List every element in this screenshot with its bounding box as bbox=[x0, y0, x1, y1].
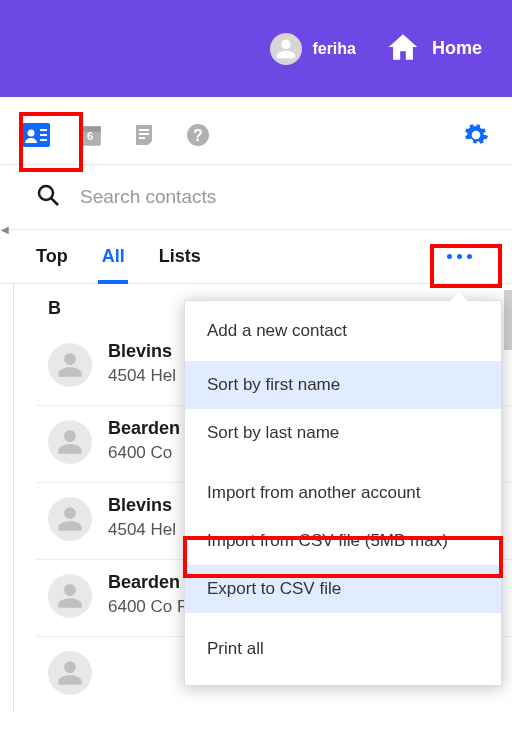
svg-rect-2 bbox=[40, 129, 47, 131]
menu-export-csv[interactable]: Export to CSV file bbox=[185, 565, 501, 613]
menu-add-contact[interactable]: Add a new contact bbox=[185, 301, 501, 349]
contact-address: 4504 Hel bbox=[108, 520, 176, 540]
svg-text:?: ? bbox=[193, 127, 203, 144]
svg-rect-4 bbox=[40, 139, 47, 141]
svg-rect-7 bbox=[139, 129, 149, 131]
calendar-day: 6 bbox=[76, 130, 104, 142]
menu-import-csv[interactable]: Import from CSV file (5MB max) bbox=[185, 517, 501, 565]
dot-icon bbox=[457, 254, 462, 259]
username-label: feriha bbox=[312, 40, 356, 58]
notes-icon[interactable] bbox=[130, 121, 158, 149]
avatar-icon bbox=[48, 574, 92, 618]
tab-all[interactable]: All bbox=[102, 230, 125, 283]
menu-sort-first-name[interactable]: Sort by first name bbox=[185, 361, 501, 409]
user-section[interactable]: feriha bbox=[270, 33, 356, 65]
dot-icon bbox=[467, 254, 472, 259]
tabs-row: Top All Lists bbox=[0, 230, 512, 284]
contact-name: Bearden bbox=[108, 418, 180, 439]
avatar-icon bbox=[48, 651, 92, 695]
settings-icon[interactable] bbox=[462, 121, 490, 149]
tab-lists[interactable]: Lists bbox=[159, 230, 201, 283]
toolbar: 6 ? bbox=[0, 105, 512, 165]
context-menu: Add a new contact Sort by first name Sor… bbox=[184, 300, 502, 686]
scrollbar[interactable] bbox=[504, 290, 512, 350]
user-avatar-icon bbox=[270, 33, 302, 65]
search-row bbox=[0, 165, 512, 230]
contacts-icon[interactable] bbox=[22, 121, 50, 149]
search-icon bbox=[36, 183, 60, 211]
left-rail: ◀ bbox=[0, 284, 14, 713]
tab-top[interactable]: Top bbox=[36, 230, 68, 283]
home-label: Home bbox=[432, 38, 482, 59]
svg-rect-3 bbox=[40, 134, 47, 136]
help-icon[interactable]: ? bbox=[184, 121, 212, 149]
svg-point-12 bbox=[39, 186, 53, 200]
home-link[interactable]: Home bbox=[386, 30, 482, 68]
svg-rect-9 bbox=[139, 137, 145, 139]
contact-name: Blevins bbox=[108, 495, 176, 516]
svg-rect-8 bbox=[139, 133, 149, 135]
contact-name: Blevins bbox=[108, 341, 176, 362]
contact-address: 6400 Co bbox=[108, 443, 180, 463]
menu-print-all[interactable]: Print all bbox=[185, 625, 501, 673]
home-icon bbox=[386, 30, 420, 68]
contact-address: 4504 Hel bbox=[108, 366, 176, 386]
dot-icon bbox=[447, 254, 452, 259]
menu-sort-last-name[interactable]: Sort by last name bbox=[185, 409, 501, 457]
svg-line-13 bbox=[51, 198, 58, 205]
search-input[interactable] bbox=[80, 186, 482, 208]
avatar-icon bbox=[48, 420, 92, 464]
menu-import-account[interactable]: Import from another account bbox=[185, 469, 501, 517]
calendar-icon[interactable]: 6 bbox=[76, 121, 104, 149]
app-header: feriha Home bbox=[0, 0, 512, 97]
avatar-icon bbox=[48, 497, 92, 541]
avatar-icon bbox=[48, 343, 92, 387]
collapse-arrow-icon[interactable]: ◀ bbox=[1, 224, 9, 235]
more-options-button[interactable] bbox=[437, 248, 482, 265]
svg-point-1 bbox=[28, 129, 35, 136]
